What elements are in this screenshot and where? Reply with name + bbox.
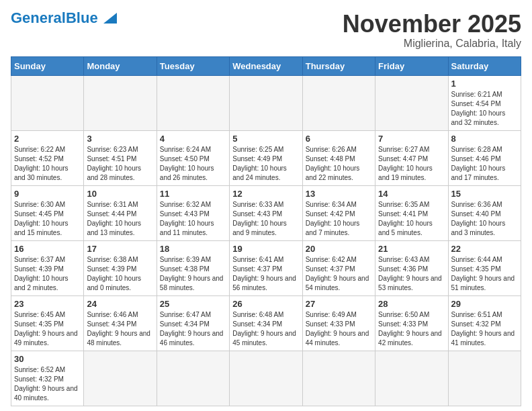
day-number: 9 <box>14 189 81 199</box>
day-info: Sunrise: 6:46 AM Sunset: 4:34 PM Dayligh… <box>87 310 153 348</box>
day-info: Sunrise: 6:27 AM Sunset: 4:47 PM Dayligh… <box>378 145 445 183</box>
logo-blue: Blue <box>66 9 98 26</box>
day-info: Sunrise: 6:33 AM Sunset: 4:43 PM Dayligh… <box>232 200 299 238</box>
day-number: 6 <box>306 134 372 144</box>
day-number: 19 <box>232 244 299 254</box>
calendar-cell: 9Sunrise: 6:30 AM Sunset: 4:45 PM Daylig… <box>11 185 84 240</box>
page-header: GeneralBlue November 2025 Miglierina, Ca… <box>11 11 521 50</box>
day-number: 4 <box>160 134 226 144</box>
day-info: Sunrise: 6:21 AM Sunset: 4:54 PM Dayligh… <box>451 90 518 128</box>
day-info: Sunrise: 6:35 AM Sunset: 4:41 PM Dayligh… <box>378 200 445 238</box>
day-info: Sunrise: 6:48 AM Sunset: 4:34 PM Dayligh… <box>232 310 299 348</box>
day-number: 17 <box>87 244 153 254</box>
day-of-week-header: Tuesday <box>157 56 229 75</box>
calendar-cell: 4Sunrise: 6:24 AM Sunset: 4:50 PM Daylig… <box>157 130 229 185</box>
calendar-cell <box>157 351 229 406</box>
calendar-cell: 19Sunrise: 6:41 AM Sunset: 4:37 PM Dayli… <box>230 240 302 295</box>
calendar-week-row: 2Sunrise: 6:22 AM Sunset: 4:52 PM Daylig… <box>11 130 521 185</box>
calendar-week-row: 30Sunrise: 6:52 AM Sunset: 4:32 PM Dayli… <box>11 351 521 406</box>
calendar-cell: 29Sunrise: 6:51 AM Sunset: 4:32 PM Dayli… <box>448 295 521 351</box>
day-info: Sunrise: 6:36 AM Sunset: 4:40 PM Dayligh… <box>451 200 518 238</box>
day-number: 26 <box>232 299 299 309</box>
calendar-cell <box>230 351 302 406</box>
calendar-cell: 16Sunrise: 6:37 AM Sunset: 4:39 PM Dayli… <box>11 240 84 295</box>
calendar-week-row: 16Sunrise: 6:37 AM Sunset: 4:39 PM Dayli… <box>11 240 521 295</box>
day-number: 15 <box>451 189 518 199</box>
calendar-cell: 27Sunrise: 6:49 AM Sunset: 4:33 PM Dayli… <box>302 295 375 351</box>
day-number: 2 <box>14 134 81 144</box>
calendar-cell: 21Sunrise: 6:43 AM Sunset: 4:36 PM Dayli… <box>375 240 448 295</box>
calendar-cell <box>157 75 229 130</box>
day-info: Sunrise: 6:52 AM Sunset: 4:32 PM Dayligh… <box>14 365 81 403</box>
calendar-cell: 12Sunrise: 6:33 AM Sunset: 4:43 PM Dayli… <box>230 185 302 240</box>
calendar-cell: 14Sunrise: 6:35 AM Sunset: 4:41 PM Dayli… <box>375 185 448 240</box>
day-number: 11 <box>160 189 226 199</box>
day-number: 20 <box>306 244 372 254</box>
calendar-table: SundayMondayTuesdayWednesdayThursdayFrid… <box>11 56 521 406</box>
svg-marker-0 <box>103 13 117 24</box>
calendar-cell: 26Sunrise: 6:48 AM Sunset: 4:34 PM Dayli… <box>230 295 302 351</box>
day-of-week-header: Friday <box>375 56 448 75</box>
calendar-cell: 25Sunrise: 6:47 AM Sunset: 4:34 PM Dayli… <box>157 295 229 351</box>
day-info: Sunrise: 6:38 AM Sunset: 4:39 PM Dayligh… <box>87 255 153 293</box>
day-of-week-header: Monday <box>84 56 157 75</box>
logo-general: General <box>11 9 66 26</box>
title-block: November 2025 Miglierina, Calabria, Ital… <box>343 11 521 50</box>
calendar-cell: 2Sunrise: 6:22 AM Sunset: 4:52 PM Daylig… <box>11 130 84 185</box>
day-of-week-header: Thursday <box>302 56 375 75</box>
day-info: Sunrise: 6:49 AM Sunset: 4:33 PM Dayligh… <box>306 310 372 348</box>
day-info: Sunrise: 6:31 AM Sunset: 4:44 PM Dayligh… <box>87 200 153 238</box>
calendar-cell <box>375 75 448 130</box>
calendar-body: 1Sunrise: 6:21 AM Sunset: 4:54 PM Daylig… <box>11 75 521 406</box>
calendar-cell: 20Sunrise: 6:42 AM Sunset: 4:37 PM Dayli… <box>302 240 375 295</box>
day-number: 5 <box>232 134 299 144</box>
day-number: 23 <box>14 299 81 309</box>
calendar-cell: 10Sunrise: 6:31 AM Sunset: 4:44 PM Dayli… <box>84 185 157 240</box>
day-number: 3 <box>87 134 153 144</box>
day-info: Sunrise: 6:47 AM Sunset: 4:34 PM Dayligh… <box>160 310 226 348</box>
calendar-cell: 24Sunrise: 6:46 AM Sunset: 4:34 PM Dayli… <box>84 295 157 351</box>
day-info: Sunrise: 6:23 AM Sunset: 4:51 PM Dayligh… <box>87 145 153 183</box>
calendar-week-row: 1Sunrise: 6:21 AM Sunset: 4:54 PM Daylig… <box>11 75 521 130</box>
day-number: 25 <box>160 299 226 309</box>
day-info: Sunrise: 6:22 AM Sunset: 4:52 PM Dayligh… <box>14 145 81 183</box>
day-info: Sunrise: 6:32 AM Sunset: 4:43 PM Dayligh… <box>160 200 226 238</box>
day-number: 1 <box>451 79 518 89</box>
day-number: 29 <box>451 299 518 309</box>
calendar-week-row: 23Sunrise: 6:45 AM Sunset: 4:35 PM Dayli… <box>11 295 521 351</box>
day-of-week-header: Saturday <box>448 56 521 75</box>
day-number: 8 <box>451 134 518 144</box>
day-number: 18 <box>160 244 226 254</box>
calendar-cell <box>230 75 302 130</box>
day-number: 7 <box>378 134 445 144</box>
calendar-cell <box>375 351 448 406</box>
day-number: 10 <box>87 189 153 199</box>
day-of-week-header: Wednesday <box>230 56 302 75</box>
calendar-cell <box>302 351 375 406</box>
day-info: Sunrise: 6:39 AM Sunset: 4:38 PM Dayligh… <box>160 255 226 293</box>
day-of-week-header: Sunday <box>11 56 84 75</box>
day-info: Sunrise: 6:41 AM Sunset: 4:37 PM Dayligh… <box>232 255 299 293</box>
calendar-cell <box>302 75 375 130</box>
day-info: Sunrise: 6:34 AM Sunset: 4:42 PM Dayligh… <box>306 200 372 238</box>
calendar-cell: 11Sunrise: 6:32 AM Sunset: 4:43 PM Dayli… <box>157 185 229 240</box>
calendar-cell <box>84 75 157 130</box>
logo-icon <box>101 10 120 25</box>
day-info: Sunrise: 6:44 AM Sunset: 4:35 PM Dayligh… <box>451 255 518 293</box>
day-info: Sunrise: 6:37 AM Sunset: 4:39 PM Dayligh… <box>14 255 81 293</box>
calendar-cell: 22Sunrise: 6:44 AM Sunset: 4:35 PM Dayli… <box>448 240 521 295</box>
calendar-header: SundayMondayTuesdayWednesdayThursdayFrid… <box>11 56 521 75</box>
calendar-cell: 28Sunrise: 6:50 AM Sunset: 4:33 PM Dayli… <box>375 295 448 351</box>
day-info: Sunrise: 6:25 AM Sunset: 4:49 PM Dayligh… <box>232 145 299 183</box>
logo-text: GeneralBlue <box>11 11 98 26</box>
calendar-cell: 18Sunrise: 6:39 AM Sunset: 4:38 PM Dayli… <box>157 240 229 295</box>
day-number: 27 <box>306 299 372 309</box>
day-number: 24 <box>87 299 153 309</box>
day-info: Sunrise: 6:51 AM Sunset: 4:32 PM Dayligh… <box>451 310 518 348</box>
day-number: 30 <box>14 354 81 364</box>
calendar-cell: 1Sunrise: 6:21 AM Sunset: 4:54 PM Daylig… <box>448 75 521 130</box>
calendar-cell: 6Sunrise: 6:26 AM Sunset: 4:48 PM Daylig… <box>302 130 375 185</box>
day-number: 22 <box>451 244 518 254</box>
calendar-cell: 23Sunrise: 6:45 AM Sunset: 4:35 PM Dayli… <box>11 295 84 351</box>
day-number: 16 <box>14 244 81 254</box>
